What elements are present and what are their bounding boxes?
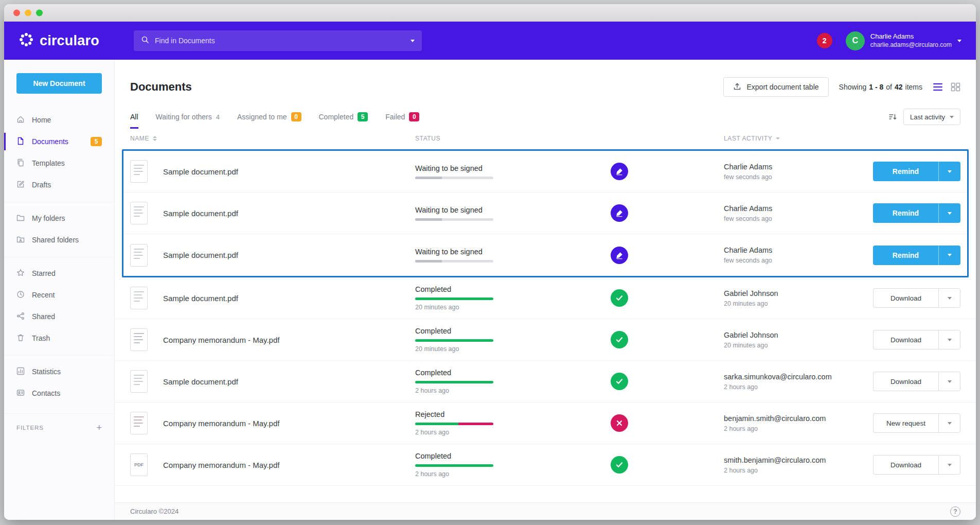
table-row[interactable]: Sample document.pdf Completed 20 minutes… [115,277,976,319]
status-label: Rejected [415,410,611,418]
row-action-dropdown-button[interactable] [938,246,960,265]
row-action-dropdown-button[interactable] [938,162,960,181]
sidebar-item-statistics[interactable]: Statistics [4,361,114,382]
last-activity-user: Gabriel Johnson [724,289,863,297]
row-action-button[interactable]: New request [873,413,938,433]
sidebar-item-label: Shared [32,312,55,321]
progress-bar [415,464,493,467]
export-document-table-button[interactable]: Export document table [723,77,828,97]
row-action-button[interactable]: Remind [873,246,938,265]
row-action-dropdown-button[interactable] [938,413,960,433]
document-name: Sample document.pdf [163,251,415,259]
last-activity-time: 20 minutes ago [724,300,863,307]
sidebar-item-home[interactable]: Home [4,109,114,131]
sort-direction-icon[interactable] [888,113,897,121]
add-filter-button[interactable]: + [96,423,102,432]
export-label: Export document table [746,83,818,91]
sidebar-item-drafts[interactable]: Drafts [4,174,114,196]
tab-failed[interactable]: Failed 0 [385,105,419,129]
document-name: Company memorandum - May.pdf [163,336,415,344]
progress-bar [415,381,493,383]
row-action-dropdown-button[interactable] [938,372,960,391]
search-scope-dropdown-icon[interactable] [411,40,415,42]
new-document-button[interactable]: New Document [16,73,102,94]
document-name: Sample document.pdf [163,209,415,218]
document-thumbnail-icon [130,287,148,309]
document-thumbnail-icon [130,370,148,393]
brand[interactable]: circularo [19,32,119,49]
document-name: Sample document.pdf [163,377,415,386]
row-action-button[interactable]: Download [873,455,938,475]
row-action-dropdown-button[interactable] [938,203,960,223]
last-activity-user: Charlie Adams [724,204,863,213]
status-icon [611,456,628,474]
progress-bar [415,260,493,262]
last-activity-user: Charlie Adams [724,246,863,254]
sidebar-item-contacts[interactable]: Contacts [4,382,114,404]
search-input[interactable] [155,37,405,45]
user-name: Charlie Adams [870,32,952,41]
table-row[interactable]: Sample document.pdf Waiting to be signed… [123,234,967,276]
showing-items-count: Showing1 - 8of42items [839,83,922,91]
tab-all[interactable]: All [130,105,138,129]
notifications-badge[interactable]: 2 [817,33,832,48]
sidebar-item-templates[interactable]: Templates [4,152,114,174]
search-icon [141,36,149,46]
table-row[interactable]: Company memorandum - May.pdf Rejected 2 … [115,402,976,444]
table-row[interactable]: PDF Company memorandum - May.pdf Complet… [115,444,976,486]
status-time: 20 minutes ago [415,304,611,311]
sidebar-item-documents[interactable]: Documents 5 [4,131,114,152]
sort-caret-icon [776,137,780,139]
tab-assigned-to-me[interactable]: Assigned to me 0 [237,105,301,129]
status-icon [611,163,628,180]
help-button[interactable]: ? [950,506,960,517]
row-action-button[interactable]: Download [873,372,938,391]
sort-by-button[interactable]: Last activity [903,109,960,125]
table-row[interactable]: Sample document.pdf Completed 2 hours ag… [115,361,976,402]
sidebar-item-label: Drafts [32,181,51,189]
tab-count: 4 [216,113,220,121]
close-window-button[interactable] [13,9,20,16]
status-icon [611,247,628,264]
table-row[interactable]: Sample document.pdf Waiting to be signed… [123,192,967,234]
last-activity-time: few seconds ago [724,173,863,181]
tab-label: Assigned to me [237,113,287,121]
table-row[interactable]: Company memorandum - May.pdf Completed 2… [115,319,976,361]
zoom-window-button[interactable] [36,9,43,16]
row-action-dropdown-button[interactable] [938,288,960,308]
last-activity-user: sarka.simunkova@circularo.com [724,373,863,381]
page-title: Documents [130,80,192,94]
last-activity-user: benjamin.smith@circularo.com [724,414,863,423]
tab-completed[interactable]: Completed 5 [319,105,368,129]
bar-chart-icon [16,367,25,377]
sidebar-item-trash[interactable]: Trash [4,327,114,349]
column-header-name[interactable]: NAME [130,135,415,142]
sidebar-item-starred[interactable]: Starred [4,262,114,284]
status-label: Completed [415,369,611,377]
sidebar-item-my-folders[interactable]: My folders [4,207,114,229]
row-action-dropdown-button[interactable] [938,330,960,349]
tab-label: Waiting for others [156,113,212,121]
row-action-button[interactable]: Remind [873,162,938,181]
sidebar-item-shared-folders[interactable]: Shared folders [4,229,114,251]
tab-waiting-for-others[interactable]: Waiting for others 4 [156,105,220,129]
list-view-toggle-icon[interactable] [933,82,943,92]
row-action-dropdown-button[interactable] [938,455,960,475]
column-header-last-activity[interactable]: LAST ACTIVITY [724,135,863,142]
sidebar-item-recent[interactable]: Recent [4,284,114,306]
grid-view-toggle-icon[interactable] [951,82,960,92]
tab-label: All [130,113,138,121]
main-content: Documents Export document table Showing1… [115,60,976,520]
minimize-window-button[interactable] [25,9,31,16]
row-action-button[interactable]: Download [873,330,938,349]
table-row[interactable]: Sample document.pdf Waiting to be signed… [123,151,967,192]
brand-name: circularo [40,33,99,49]
row-action-button[interactable]: Download [873,288,938,308]
status-icon [611,204,628,222]
sidebar-item-shared[interactable]: Shared [4,306,114,327]
document-name: Sample document.pdf [163,167,415,176]
user-menu[interactable]: C Charlie Adams charlie.adams@circularo.… [846,31,961,50]
status-label: Waiting to be signed [415,206,611,214]
last-activity-user: Gabriel Johnson [724,331,863,339]
row-action-button[interactable]: Remind [873,203,938,223]
